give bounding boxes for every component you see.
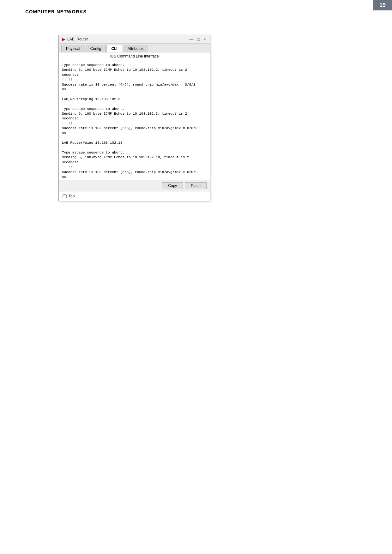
tab-attributes[interactable]: Attributes [123,45,148,52]
paste-button[interactable]: Paste [185,182,207,189]
cli-section-title: IOS Command Line Interface [59,52,210,60]
window-titlebar: ▶ LAB_Router — □ × [59,35,210,44]
top-checkbox[interactable] [63,194,67,198]
titlebar-left: ▶ LAB_Router [62,37,88,42]
close-button[interactable]: × [203,37,207,42]
page-number-badge: 19 [373,0,392,10]
router-icon: ▶ [62,37,65,42]
tab-cli[interactable]: CLI [106,45,122,52]
tab-physical[interactable]: Physical [61,45,85,52]
copy-button[interactable]: Copy [162,182,183,189]
minimize-button[interactable]: — [189,37,194,42]
bottom-checkbox-area: Top [59,191,210,201]
tab-config[interactable]: Config [86,45,106,52]
button-bar: Copy Paste [59,180,210,191]
terminal-output[interactable]: Type escape sequence to abort. Sending 5… [59,60,210,180]
tabs-bar: Physical Config CLI Attributes [59,44,210,52]
window-title: LAB_Router [67,37,88,41]
titlebar-controls: — □ × [189,37,207,42]
router-window: ▶ LAB_Router — □ × Physical Config CLI A… [58,35,210,201]
maximize-button[interactable]: □ [197,37,201,42]
page-title: COMPUTER NETWORKS [25,9,87,14]
top-checkbox-label: Top [69,194,75,198]
